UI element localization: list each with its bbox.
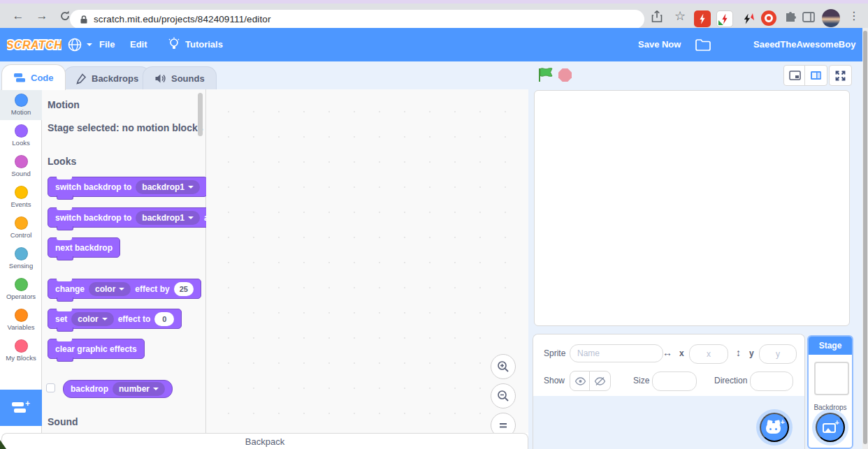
menu-file[interactable]: File [99, 28, 115, 61]
category-label: Motion [11, 108, 31, 116]
block-text: set [55, 314, 67, 324]
tab-code-label: Code [31, 73, 54, 83]
browser-menu-icon[interactable]: ⋮ [846, 8, 862, 24]
category-column: MotionLooksSoundEventsControlSensingOper… [0, 89, 42, 433]
category-looks[interactable]: Looks [0, 120, 42, 151]
backdrop-number-dropdown[interactable]: number [113, 382, 165, 396]
category-my-blocks[interactable]: My Blocks [0, 335, 42, 366]
page-scrollbar-thumb[interactable] [863, 31, 867, 444]
palette-scrollbar[interactable] [198, 93, 203, 136]
add-backdrop-button[interactable]: + [816, 413, 845, 442]
my-stuff-folder-icon[interactable] [695, 38, 711, 52]
block-text: switch backdrop to [55, 213, 131, 223]
code-workspace[interactable] [206, 89, 528, 433]
category-label: Sensing [9, 262, 33, 270]
side-panel-icon[interactable] [802, 12, 815, 25]
y-axis-icon: ↕ [736, 347, 741, 358]
dropdown-value: backdrop1 [142, 213, 185, 223]
extension-dark-flash-icon[interactable] [739, 10, 755, 27]
globe-icon [67, 37, 82, 52]
category-control[interactable]: Control [0, 212, 42, 243]
category-operators[interactable]: Operators [0, 274, 42, 304]
palette-sound-header: Sound [48, 416, 78, 427]
direction-label: Direction [714, 376, 747, 385]
browser-toolbar: ← → scratch.mit.edu/projects/842409111/e… [0, 3, 868, 28]
tab-backdrops-label: Backdrops [92, 73, 138, 84]
block-text: effect by [135, 284, 169, 294]
stage-thumbnail[interactable] [814, 362, 849, 395]
show-label: Show [544, 376, 565, 385]
add-sprite-button[interactable]: + [760, 413, 789, 442]
back-icon[interactable]: ← [10, 8, 27, 24]
stage-canvas[interactable] [534, 90, 850, 326]
speaker-icon [154, 73, 166, 84]
dropdown-caret-icon [188, 186, 194, 189]
category-color-dot [15, 278, 28, 291]
small-stage-button[interactable] [783, 65, 806, 86]
block-change-effect[interactable]: change color effect by 25 [48, 279, 201, 299]
extension-red-circle-icon[interactable] [761, 10, 776, 26]
block-switch-backdrop[interactable]: switch backdrop to backdrop1 [48, 177, 208, 197]
sprite-name-input[interactable] [570, 344, 663, 362]
dropdown-value: backdrop1 [142, 182, 185, 192]
number-input[interactable]: 25 [174, 282, 194, 296]
zoom-in-button[interactable] [491, 354, 516, 379]
block-clear-effects[interactable]: clear graphic effects [48, 339, 145, 359]
sprite-y-input[interactable] [759, 344, 797, 364]
category-color-dot [15, 339, 28, 353]
save-now-button[interactable]: Save Now [638, 28, 681, 61]
category-sound[interactable]: Sound [0, 151, 42, 182]
block-text: change [55, 284, 85, 294]
fullscreen-button[interactable] [829, 65, 852, 86]
backdrop-dropdown[interactable]: backdrop1 [136, 211, 200, 225]
tab-sounds[interactable]: Sounds [143, 66, 217, 90]
extensions-puzzle-icon[interactable] [784, 11, 797, 27]
extension-flash-icon[interactable] [694, 10, 711, 27]
block-next-backdrop[interactable]: next backdrop [48, 237, 120, 258]
large-stage-button[interactable] [804, 65, 827, 86]
share-page-icon[interactable] [651, 10, 663, 26]
bookmark-star-icon[interactable]: ☆ [672, 8, 688, 24]
tab-backdrops[interactable]: Backdrops [64, 66, 150, 90]
zoom-out-button[interactable] [491, 383, 516, 408]
category-label: My Blocks [6, 354, 36, 362]
dropdown-caret-icon [153, 388, 159, 390]
category-motion[interactable]: Motion [0, 89, 42, 120]
green-flag-button[interactable] [537, 67, 554, 83]
category-label: Events [10, 200, 31, 208]
language-selector[interactable] [67, 37, 92, 52]
category-sensing[interactable]: Sensing [0, 243, 42, 274]
profile-avatar[interactable] [822, 9, 840, 27]
scratch-logo[interactable]: SCRATCH [7, 36, 62, 54]
menu-edit[interactable]: Edit [130, 28, 147, 61]
lock-icon [80, 15, 88, 24]
address-bar[interactable]: scratch.mit.edu/projects/842409111/edito… [70, 10, 644, 29]
backdrop-dropdown[interactable]: backdrop1 [136, 180, 200, 194]
show-sprite-button[interactable] [570, 371, 591, 391]
sprite-x-input[interactable] [689, 344, 728, 364]
extension-flash-downloader-icon[interactable] [716, 10, 733, 27]
sprite-direction-input[interactable] [750, 371, 793, 391]
number-input[interactable]: 0 [154, 312, 174, 326]
effect-dropdown[interactable]: color [71, 312, 113, 326]
block-backdrop-reporter[interactable]: backdrop number [63, 380, 173, 398]
category-color-dot [15, 94, 28, 107]
category-variables[interactable]: Variables [0, 304, 42, 335]
category-color-dot [15, 309, 28, 322]
category-label: Looks [12, 139, 29, 147]
add-extension-button[interactable]: + [0, 390, 42, 426]
backpack-bar[interactable]: Backpack [1, 433, 528, 449]
tab-code[interactable]: Code [1, 64, 66, 90]
forward-icon[interactable]: → [34, 8, 50, 24]
category-label: Variables [8, 323, 35, 331]
sprite-size-input[interactable] [652, 371, 697, 391]
effect-dropdown[interactable]: color [89, 282, 131, 296]
category-color-dot [15, 247, 28, 260]
block-text: next backdrop [55, 243, 113, 253]
category-events[interactable]: Events [0, 182, 42, 212]
block-set-effect[interactable]: set color effect to 0 [48, 309, 182, 329]
reporter-checkbox[interactable] [46, 383, 55, 392]
menu-tutorials[interactable]: Tutorials [168, 37, 223, 52]
username-label[interactable]: SaeedTheAwesomeBoy [753, 28, 855, 61]
hide-sprite-button[interactable] [589, 371, 611, 391]
